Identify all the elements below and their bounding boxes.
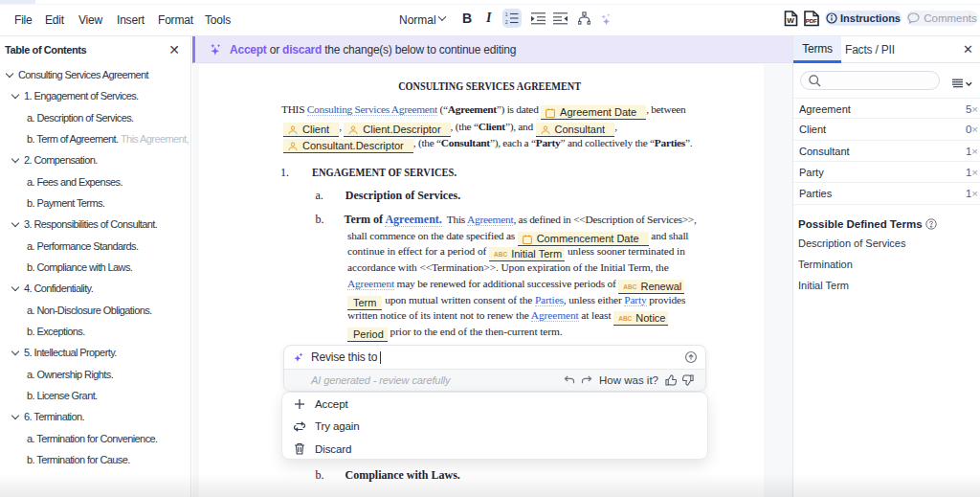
svg-text:2: 2 xyxy=(505,20,508,25)
svg-text:1: 1 xyxy=(505,12,508,17)
svg-text:W: W xyxy=(787,16,794,25)
svg-text:PDF: PDF xyxy=(806,17,817,24)
